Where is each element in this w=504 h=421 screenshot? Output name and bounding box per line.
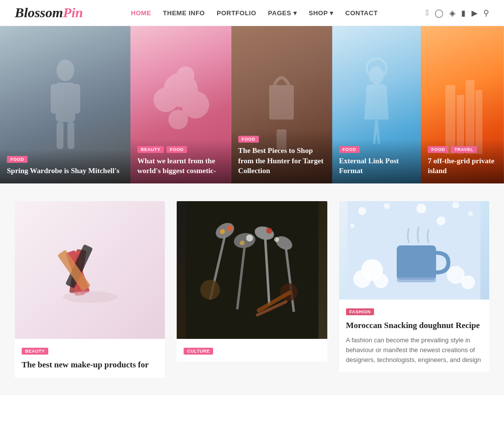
hero-card-3-tag: FOOD <box>238 136 259 143</box>
hero-card-2-tag-food: FOOD <box>166 146 187 153</box>
hero-card-1-tag: FOOD <box>7 156 28 163</box>
linkedin-icon[interactable]: ▮ <box>461 8 466 18</box>
hero-card-3-title: The Best Pieces to Shop from the Hunter … <box>238 146 325 176</box>
svg-point-59 <box>374 273 388 288</box>
hero-card-5[interactable]: FOOD TRAVEL 7 off-the-grid private islan… <box>421 26 504 183</box>
hero-card-2-title: What we learnt from the world's biggest … <box>137 156 224 176</box>
svg-point-48 <box>358 207 366 215</box>
grid-card-1-tag: BEAUTY <box>22 348 48 355</box>
grid-card-3-body: FASHION Moroccan Snacking doughnut Recip… <box>339 300 489 372</box>
svg-rect-3 <box>71 84 80 114</box>
svg-rect-4 <box>57 122 63 149</box>
youtube-icon[interactable]: ▶ <box>472 8 477 18</box>
nav-portfolio[interactable]: PORTFOLIO <box>217 9 256 17</box>
svg-rect-5 <box>67 122 74 149</box>
hero-card-5-tag-food: FOOD <box>428 146 448 153</box>
svg-rect-11 <box>269 85 294 120</box>
svg-point-39 <box>246 235 253 241</box>
nav-theme-info[interactable]: THEME INFO <box>163 9 205 17</box>
facebook-icon[interactable]:  <box>426 8 429 17</box>
svg-point-38 <box>220 229 225 234</box>
grid-card-2-body: CULTURE <box>177 339 327 361</box>
logo-text1: Blossom <box>15 5 63 20</box>
instagram-icon[interactable]: ◯ <box>435 8 443 18</box>
svg-point-40 <box>240 241 245 245</box>
svg-point-52 <box>468 211 473 216</box>
svg-point-49 <box>384 203 390 209</box>
grid-card-3-tag: FASHION <box>346 308 375 315</box>
svg-point-37 <box>227 225 233 231</box>
grid-card-3-title: Moroccan Snacking doughnut Recipe <box>346 320 482 331</box>
pages-dropdown-arrow: ▾ <box>293 9 297 17</box>
svg-rect-55 <box>397 245 436 280</box>
svg-rect-2 <box>51 84 60 114</box>
hero-slider: FOOD Spring Wardrobe is Shay Mitchell's … <box>0 26 504 183</box>
nav-contact[interactable]: CONTACT <box>346 9 378 17</box>
svg-point-61 <box>461 275 475 289</box>
svg-point-9 <box>168 110 188 129</box>
grid-card-1[interactable]: BEAUTY The best new make-up products for <box>15 201 165 378</box>
svg-point-58 <box>353 270 371 288</box>
grid-card-1-body: BEAUTY The best new make-up products for <box>15 339 165 378</box>
grid-card-3-image <box>339 201 489 300</box>
hero-card-2-tag-beauty: BEAUTY <box>137 146 164 153</box>
hero-card-1-title: Spring Wardrobe is Shay Mitchell's <box>7 166 124 176</box>
hero-card-4-tag: FOOD <box>339 146 360 153</box>
grid-col-2: CULTURE <box>177 201 327 378</box>
svg-rect-28 <box>186 201 318 339</box>
grid-card-2-image <box>177 201 327 339</box>
svg-point-10 <box>177 66 194 84</box>
content-grid: BEAUTY The best new make-up products for <box>0 183 504 395</box>
grid-card-1-image <box>15 201 165 339</box>
svg-point-41 <box>266 228 272 234</box>
svg-point-43 <box>200 280 220 300</box>
grid-card-1-title: The best new make-up products for <box>22 360 158 371</box>
svg-point-50 <box>416 204 426 213</box>
svg-point-27 <box>63 291 117 303</box>
nav-pages[interactable]: PAGES ▾ <box>268 9 297 17</box>
search-icon[interactable]: ⚲ <box>483 8 489 18</box>
logo[interactable]: BlossomPin <box>15 5 83 21</box>
svg-point-51 <box>452 202 459 209</box>
svg-point-0 <box>57 60 74 81</box>
grid-card-2[interactable]: CULTURE <box>177 201 327 361</box>
hero-card-1[interactable]: FOOD Spring Wardrobe is Shay Mitchell's <box>0 26 130 183</box>
header: BlossomPin HOME THEME INFO PORTFOLIO PAG… <box>0 0 504 26</box>
header-social-icons:  ◯ ◈ ▮ ▶ ⚲ <box>426 8 489 18</box>
grid-card-3-desc: A fashion can become the prevailing styl… <box>346 335 482 365</box>
svg-point-7 <box>154 88 178 112</box>
svg-point-13 <box>369 66 384 84</box>
hero-card-4[interactable]: FOOD External Link Post Format <box>332 26 421 183</box>
svg-point-54 <box>437 216 445 225</box>
hero-card-3[interactable]: FOOD The Best Pieces to Shop from the Hu… <box>231 26 332 183</box>
grid-card-2-tag: CULTURE <box>184 348 213 355</box>
pinterest-icon[interactable]: ◈ <box>449 8 455 18</box>
logo-text2: Pin <box>63 5 83 20</box>
nav-home[interactable]: HOME <box>131 9 151 17</box>
grid-col-3: FASHION Moroccan Snacking doughnut Recip… <box>339 201 489 378</box>
svg-point-42 <box>274 237 279 242</box>
svg-rect-56 <box>397 277 436 282</box>
svg-point-53 <box>350 224 354 228</box>
grid-card-3[interactable]: FASHION Moroccan Snacking doughnut Recip… <box>339 201 489 372</box>
hero-card-2[interactable]: BEAUTY FOOD What we learnt from the worl… <box>130 26 231 183</box>
grid-col-1: BEAUTY The best new make-up products for <box>15 201 165 378</box>
hero-card-5-title: 7 off-the-grid private island <box>428 156 497 176</box>
shop-dropdown-arrow: ▾ <box>330 9 334 17</box>
hero-card-4-title: External Link Post Format <box>339 156 414 176</box>
hero-card-5-tag-travel: TRAVEL <box>451 146 476 153</box>
main-nav: HOME THEME INFO PORTFOLIO PAGES ▾ SHOP ▾… <box>131 9 378 17</box>
nav-shop[interactable]: SHOP ▾ <box>309 9 333 17</box>
